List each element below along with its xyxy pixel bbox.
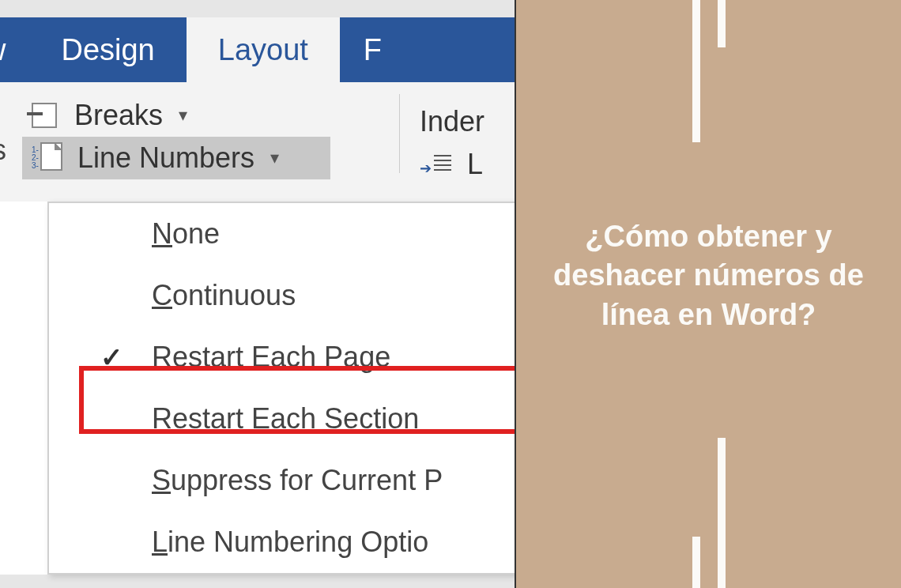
menu-item-continuous[interactable]: Continuous: [49, 265, 516, 326]
ribbon-group-divider: [399, 94, 400, 173]
document-area: [0, 575, 515, 588]
margins-button-partial[interactable]: ns: [0, 134, 6, 167]
indent-left-icon: ➔: [420, 153, 451, 175]
tab-layout[interactable]: Layout: [187, 17, 340, 82]
indent-left-button[interactable]: ➔ L: [420, 143, 492, 186]
breaks-icon: [32, 103, 63, 128]
line-numbers-button[interactable]: 1-2-3- Line Numbers ▾: [22, 137, 330, 179]
ribbon-tabs: w Design Layout F: [0, 17, 515, 82]
title-bar-fragment: [0, 0, 515, 17]
menu-item-none[interactable]: None: [49, 203, 516, 265]
line-numbers-dropdown: None Continuous Restart Each Page Restar…: [47, 202, 516, 575]
line-numbers-label: Line Numbers: [77, 141, 254, 175]
breaks-button[interactable]: Breaks ▾: [0, 94, 379, 137]
tab-draw-partial[interactable]: w: [0, 17, 29, 82]
indent-left-label-partial: L: [467, 148, 483, 181]
chevron-down-icon: ▾: [270, 148, 279, 168]
tab-references-partial[interactable]: F: [340, 17, 382, 82]
ribbon-content: ns Breaks ▾ 1-2-3- Line Numbers ▾: [0, 82, 515, 202]
chevron-down-icon: ▾: [179, 105, 187, 126]
tab-design[interactable]: Design: [29, 17, 186, 82]
menu-item-restart-each-section[interactable]: Restart Each Section: [49, 388, 516, 450]
article-sidebar: ¿Cómo obtener y deshacer números de líne…: [516, 0, 901, 588]
menu-item-line-numbering-options[interactable]: Line Numbering Optio: [49, 511, 516, 573]
menu-item-restart-each-page[interactable]: Restart Each Page: [49, 326, 516, 388]
article-title: ¿Cómo obtener y deshacer números de líne…: [516, 146, 901, 334]
word-screenshot-panel: w Design Layout F ns Breaks ▾ 1-2-3- Lin…: [0, 0, 516, 588]
line-numbers-icon: 1-2-3-: [32, 142, 66, 174]
decoration-top: [516, 0, 901, 146]
menu-item-suppress[interactable]: Suppress for Current P: [49, 450, 516, 511]
decoration-bottom: [516, 438, 901, 588]
indent-label: Inder: [420, 100, 492, 143]
breaks-label: Breaks: [74, 99, 163, 132]
